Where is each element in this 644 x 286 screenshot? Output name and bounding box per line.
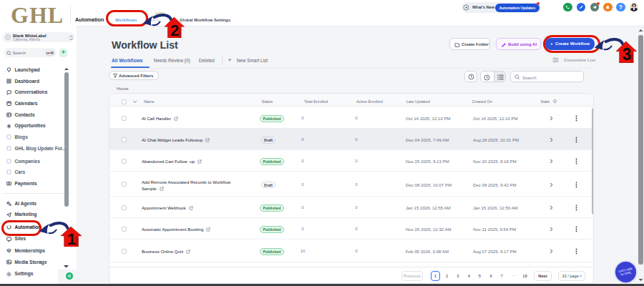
svg-text:1: 1	[67, 230, 77, 247]
svg-text:2: 2	[170, 21, 179, 38]
svg-text:3: 3	[623, 45, 631, 63]
